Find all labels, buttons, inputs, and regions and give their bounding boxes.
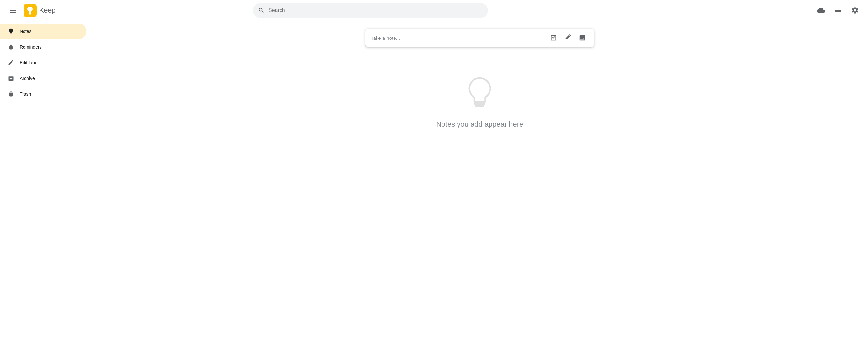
hamburger-menu-button[interactable] <box>5 3 21 18</box>
archive-icon <box>8 75 14 81</box>
note-input-row: Take a note... <box>365 29 594 47</box>
cloud-sync-button[interactable] <box>813 3 829 18</box>
search-input-wrapper[interactable] <box>253 3 488 18</box>
bell-icon <box>8 44 14 50</box>
cloud-sync-icon <box>817 6 825 14</box>
note-input-container: Take a note... <box>365 29 594 47</box>
hamburger-icon <box>10 8 16 13</box>
sidebar-item-edit-labels-label: Edit labels <box>20 60 41 65</box>
search-bar <box>253 3 488 18</box>
search-icon <box>258 7 265 14</box>
sidebar-item-archive[interactable]: Archive <box>0 70 86 86</box>
settings-button[interactable] <box>847 3 863 18</box>
sidebar-item-trash-label: Trash <box>20 91 31 97</box>
lightbulb-icon <box>8 28 14 35</box>
app-logo[interactable]: Keep <box>24 4 55 17</box>
empty-lightbulb-icon <box>460 73 499 112</box>
sidebar-item-archive-label: Archive <box>20 76 35 81</box>
topbar-left: Keep <box>5 3 90 18</box>
list-view-button[interactable] <box>830 3 846 18</box>
new-list-button[interactable] <box>547 31 560 44</box>
app-title: Keep <box>39 6 55 15</box>
image-icon <box>579 34 586 41</box>
checkbox-icon <box>550 34 557 41</box>
list-view-icon <box>834 6 842 14</box>
sidebar-item-trash[interactable]: Trash <box>0 86 86 102</box>
trash-icon <box>8 91 14 97</box>
note-input-actions <box>547 31 589 44</box>
keep-logo-icon <box>24 4 37 17</box>
main-layout: Notes Reminders Edit labels <box>0 21 868 361</box>
sidebar: Notes Reminders Edit labels <box>0 21 91 361</box>
sidebar-item-reminders-label: Reminders <box>20 44 42 50</box>
pencil-icon <box>8 59 14 66</box>
svg-rect-2 <box>29 14 31 14</box>
svg-rect-1 <box>29 13 31 14</box>
topbar: Keep <box>0 0 868 21</box>
note-input-placeholder[interactable]: Take a note... <box>371 35 547 41</box>
sidebar-item-reminders[interactable]: Reminders <box>0 39 86 55</box>
svg-rect-4 <box>475 105 484 107</box>
svg-rect-3 <box>474 102 485 105</box>
sidebar-item-notes-label: Notes <box>20 29 32 34</box>
sidebar-item-notes[interactable]: Notes <box>0 24 86 39</box>
content-area: Take a note... <box>91 21 868 361</box>
search-input[interactable] <box>269 7 483 13</box>
new-image-button[interactable] <box>576 31 589 44</box>
topbar-right <box>813 3 863 18</box>
empty-state: Notes you add appear here <box>99 73 860 129</box>
settings-icon <box>851 6 859 14</box>
empty-state-message: Notes you add appear here <box>436 120 524 129</box>
draw-icon <box>564 34 571 41</box>
new-drawing-button[interactable] <box>561 31 575 44</box>
sidebar-item-edit-labels[interactable]: Edit labels <box>0 55 86 70</box>
